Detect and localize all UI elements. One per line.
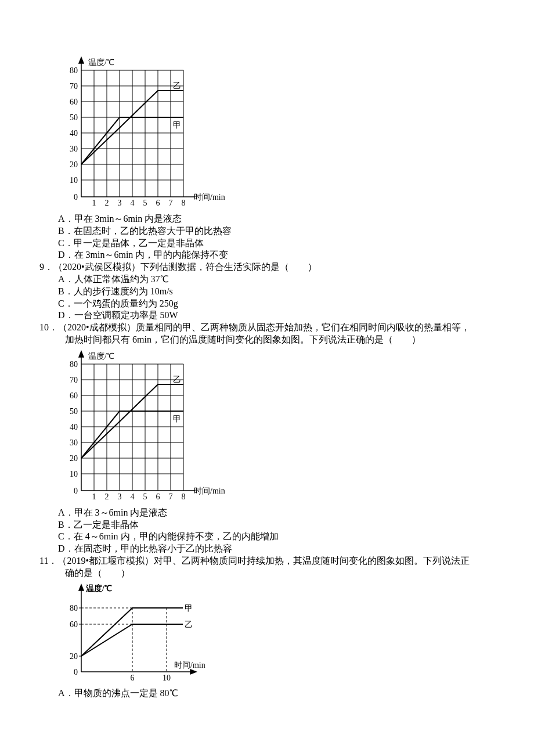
q11-stem: 11．（2019•都江堰市模拟）对甲、乙两种物质同时持续加热，其温度随时间变化的… xyxy=(39,555,495,567)
svg-text:40: 40 xyxy=(70,423,78,431)
svg-text:6: 6 xyxy=(156,492,160,501)
svg-text:20: 20 xyxy=(70,160,78,169)
svg-text:70: 70 xyxy=(70,376,78,384)
y-axis-label: 温度/℃ xyxy=(85,584,112,593)
svg-marker-37 xyxy=(79,351,84,357)
svg-text:30: 30 xyxy=(70,438,78,447)
svg-text:40: 40 xyxy=(70,129,78,138)
q8-options: A．甲在 3min～6min 内是液态 B．在固态时，乙的比热容大于甲的比热容 … xyxy=(58,213,495,261)
svg-text:7: 7 xyxy=(169,199,173,207)
y-axis-label: 温度/℃ xyxy=(88,352,114,361)
q9-optC: C．一个鸡蛋的质量约为 250g xyxy=(58,298,495,310)
svg-text:5: 5 xyxy=(143,492,147,501)
svg-text:0: 0 xyxy=(74,193,78,201)
series-jia-label: 甲 xyxy=(173,415,181,423)
series-yi-label: 乙 xyxy=(173,81,181,90)
svg-text:10: 10 xyxy=(70,176,78,185)
svg-marker-73 xyxy=(79,585,84,591)
q10-optB: B．乙一定是非晶体 xyxy=(58,519,495,531)
series-yi-label: 乙 xyxy=(185,620,193,629)
svg-text:4: 4 xyxy=(131,492,135,501)
svg-marker-75 xyxy=(190,669,196,674)
y-axis-label: 温度/℃ xyxy=(88,58,114,67)
svg-text:80: 80 xyxy=(70,604,78,613)
svg-text:30: 30 xyxy=(70,145,78,153)
x-axis-label: 时间/min xyxy=(194,487,225,495)
q9-optD: D．一台空调额定功率是 50W xyxy=(58,309,495,322)
series-jia-label: 甲 xyxy=(185,604,193,613)
svg-text:60: 60 xyxy=(70,620,78,629)
q9-optA: A．人体正常体温约为 37℃ xyxy=(58,273,495,286)
svg-text:2: 2 xyxy=(105,492,109,501)
svg-text:5: 5 xyxy=(143,199,147,207)
chart-q8: 0 10 20 30 40 50 60 70 80 1 2 3 4 5 6 7 … xyxy=(58,55,495,212)
svg-text:4: 4 xyxy=(131,199,135,207)
q9-stem: 9．（2020•武侯区模拟）下列估测数据，符合生活实际的是（ ） xyxy=(39,261,495,273)
svg-text:8: 8 xyxy=(182,199,186,207)
svg-text:10: 10 xyxy=(163,674,171,682)
svg-text:3: 3 xyxy=(118,492,122,501)
q11-optA: A．甲物质的沸点一定是 80℃ xyxy=(58,687,495,700)
q10-optD: D．在固态时，甲的比热容小于乙的比热容 xyxy=(58,543,495,555)
series-jia-label: 甲 xyxy=(173,121,181,129)
svg-text:60: 60 xyxy=(70,98,78,106)
svg-text:20: 20 xyxy=(70,454,78,463)
svg-text:6: 6 xyxy=(156,199,160,207)
q8-optB: B．在固态时，乙的比热容大于甲的比热容 xyxy=(58,225,495,237)
svg-text:50: 50 xyxy=(70,407,78,416)
q9-optB: B．人的步行速度约为 10m/s xyxy=(58,286,495,298)
svg-text:8: 8 xyxy=(182,492,186,501)
svg-text:3: 3 xyxy=(118,199,122,207)
x-axis-label: 时间/min xyxy=(174,661,205,669)
q8-optD: D．在 3min～6min 内，甲的内能保持不变 xyxy=(58,249,495,261)
svg-text:10: 10 xyxy=(70,470,78,478)
svg-text:0: 0 xyxy=(74,668,78,676)
svg-text:80: 80 xyxy=(70,66,78,75)
svg-text:80: 80 xyxy=(70,360,78,369)
q10-options: A．甲在 3～6min 内是液态 B．乙一定是非晶体 C．在 4～6min 内，… xyxy=(58,507,495,555)
svg-text:1: 1 xyxy=(92,199,96,207)
svg-text:0: 0 xyxy=(74,487,78,495)
q8-optA: A．甲在 3min～6min 内是液态 xyxy=(58,213,495,225)
svg-text:7: 7 xyxy=(169,492,173,501)
x-axis-label: 时间/min xyxy=(194,193,225,201)
q10-optC: C．在 4～6min 内，甲的内能保持不变，乙的内能增加 xyxy=(58,531,495,543)
chart-q10: 0 10 20 30 40 50 60 70 80 1 2 3 4 5 6 7 … xyxy=(58,348,495,506)
svg-text:20: 20 xyxy=(70,652,78,661)
chart-q11: 0 20 60 80 6 10 温度/℃ 时间/min xyxy=(58,582,495,686)
svg-text:2: 2 xyxy=(105,199,109,207)
q9-options: A．人体正常体温约为 37℃ B．人的步行速度约为 10m/s C．一个鸡蛋的质… xyxy=(58,273,495,322)
q11-stem2: 确的是（ ） xyxy=(65,567,495,579)
svg-text:1: 1 xyxy=(92,492,96,501)
q10-stem2: 加热时间都只有 6min，它们的温度随时间变化的图象如图。下列说法正确的是（ ） xyxy=(65,334,495,346)
svg-text:6: 6 xyxy=(131,674,135,682)
svg-text:60: 60 xyxy=(70,391,78,400)
q10-optA: A．甲在 3～6min 内是液态 xyxy=(58,507,495,519)
svg-text:50: 50 xyxy=(70,113,78,122)
q10-stem: 10．（2020•成都模拟）质量相同的甲、乙两种物质从固态开始加热，它们在相同时… xyxy=(39,322,495,334)
q11-options: A．甲物质的沸点一定是 80℃ xyxy=(58,687,495,700)
svg-text:70: 70 xyxy=(70,82,78,91)
q8-optC: C．甲一定是晶体，乙一定是非晶体 xyxy=(58,237,495,250)
svg-marker-1 xyxy=(79,57,84,63)
series-yi-label: 乙 xyxy=(173,375,181,384)
